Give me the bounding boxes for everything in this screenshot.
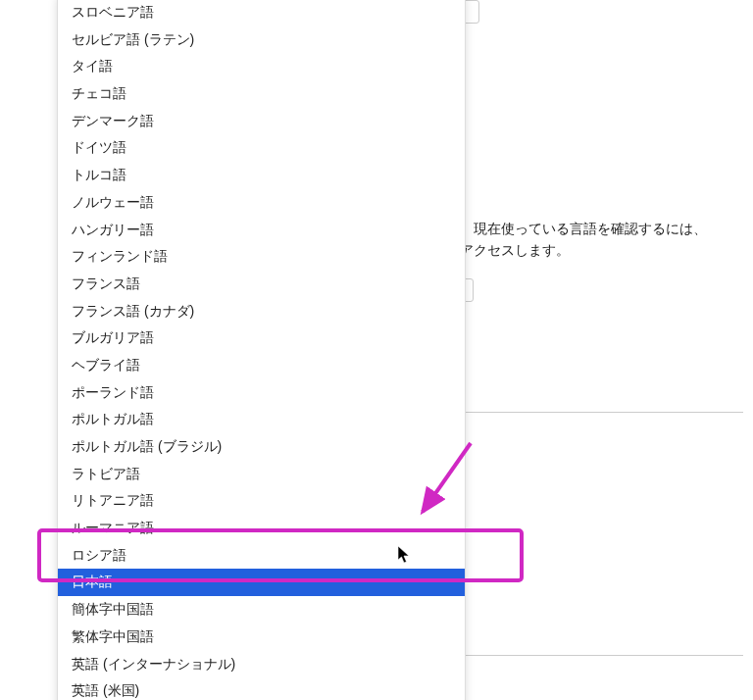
language-option[interactable]: 英語 (米国) <box>58 677 465 700</box>
language-option-label: ハンガリー語 <box>72 222 154 237</box>
language-option[interactable]: ヘブライ語 <box>58 352 465 379</box>
language-option-label: リトアニア語 <box>72 492 154 508</box>
language-option[interactable]: フィンランド語 <box>58 243 465 271</box>
language-option[interactable]: フランス語 <box>58 271 465 298</box>
language-option[interactable]: ポーランド語 <box>58 379 465 407</box>
language-option[interactable]: ノルウェー語 <box>58 189 465 217</box>
language-option[interactable]: ポルトガル語 (ブラジル) <box>58 433 465 461</box>
language-option-label: ノルウェー語 <box>72 194 154 210</box>
language-option[interactable]: スロベニア語 <box>58 0 465 26</box>
language-option-label: ポーランド語 <box>72 384 154 400</box>
language-option-label: ルーマニア語 <box>72 520 154 535</box>
language-option-label: 英語 (インターナショナル) <box>72 656 235 672</box>
language-option[interactable]: ラトビア語 <box>58 461 465 488</box>
language-option-label: ポルトガル語 (ブラジル) <box>72 438 222 454</box>
language-option-label: ブルガリア語 <box>72 329 154 345</box>
language-option-label: 簡体字中国語 <box>72 601 154 617</box>
language-option[interactable]: リトアニア語 <box>58 487 465 515</box>
language-option[interactable]: ハンガリー語 <box>58 217 465 244</box>
language-option-label: フィンランド語 <box>72 248 168 264</box>
language-option[interactable]: タイ語 <box>58 53 465 80</box>
language-option[interactable]: 日本語 <box>58 569 465 596</box>
language-option-label: ドイツ語 <box>72 139 126 155</box>
language-option[interactable]: ドイツ語 <box>58 134 465 162</box>
language-option-label: フランス語 (カナダ) <box>72 303 194 319</box>
language-option-label: フランス語 <box>72 275 140 291</box>
language-option[interactable]: ロシア語 <box>58 542 465 570</box>
language-option-label: ポルトガル語 <box>72 411 154 426</box>
bg-text-line1: す。現在使っている言語を確認するには、 <box>446 221 707 236</box>
language-option-label: 日本語 <box>72 574 113 589</box>
language-option[interactable]: ポルトガル語 <box>58 406 465 433</box>
language-option[interactable]: フランス語 (カナダ) <box>58 298 465 325</box>
language-option[interactable]: 英語 (インターナショナル) <box>58 651 465 678</box>
language-option-label: デンマーク語 <box>72 113 154 128</box>
language-option[interactable]: トルコ語 <box>58 162 465 189</box>
divider-1 <box>446 412 743 413</box>
language-option-label: チェコ語 <box>72 85 126 101</box>
language-option-label: スロベニア語 <box>72 4 154 20</box>
language-option[interactable]: セルビア語 (ラテン) <box>58 26 465 54</box>
bg-help-text: す。現在使っている言語を確認するには、 こアクセスします。 <box>446 218 707 262</box>
language-option-label: 繁体字中国語 <box>72 628 154 644</box>
language-dropdown[interactable]: スロベニア語セルビア語 (ラテン)タイ語チェコ語デンマーク語ドイツ語トルコ語ノル… <box>57 0 466 700</box>
language-option-label: ロシア語 <box>72 547 126 563</box>
language-option-label: トルコ語 <box>72 167 126 182</box>
language-option[interactable]: チェコ語 <box>58 80 465 108</box>
language-option-label: ラトビア語 <box>72 466 140 481</box>
language-option-label: ヘブライ語 <box>72 357 140 373</box>
language-option[interactable]: 簡体字中国語 <box>58 596 465 624</box>
language-option[interactable]: デンマーク語 <box>58 108 465 135</box>
language-option-label: セルビア語 (ラテン) <box>72 31 194 47</box>
language-option[interactable]: ルーマニア語 <box>58 515 465 542</box>
language-option[interactable]: ブルガリア語 <box>58 325 465 352</box>
language-option-label: タイ語 <box>72 58 113 74</box>
language-option[interactable]: 繁体字中国語 <box>58 624 465 651</box>
language-option-label: 英語 (米国) <box>72 682 139 698</box>
divider-2 <box>446 655 743 656</box>
